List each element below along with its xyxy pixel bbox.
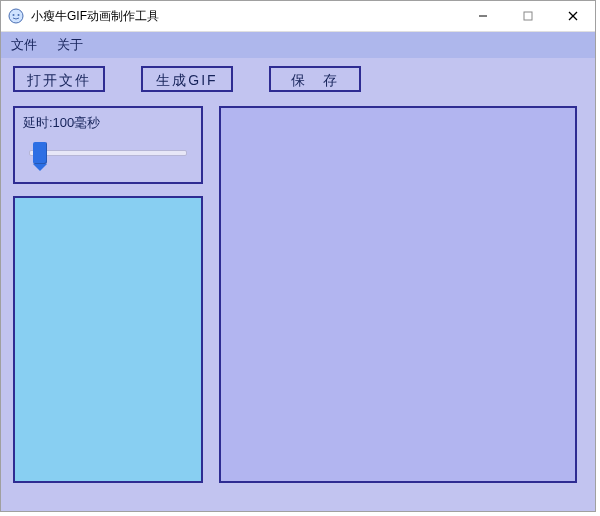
delay-label: 延时:100毫秒 [23, 114, 193, 132]
title-bar[interactable]: 小瘦牛GIF动画制作工具 [1, 1, 595, 32]
window-controls [460, 1, 595, 31]
maximize-button[interactable] [505, 1, 550, 31]
delay-slider[interactable] [23, 138, 193, 166]
client-area: 打开文件 生成GIF 保 存 延时:100毫秒 [1, 58, 595, 511]
delay-panel: 延时:100毫秒 [13, 106, 203, 184]
svg-point-0 [9, 9, 23, 23]
minimize-button[interactable] [460, 1, 505, 31]
menu-about[interactable]: 关于 [57, 36, 83, 54]
menu-file[interactable]: 文件 [11, 36, 37, 54]
open-file-button[interactable]: 打开文件 [13, 66, 105, 92]
save-button[interactable]: 保 存 [269, 66, 361, 92]
close-button[interactable] [550, 1, 595, 31]
slider-thumb[interactable] [33, 142, 47, 164]
svg-rect-4 [524, 12, 532, 20]
preview-panel [219, 106, 577, 483]
app-window: 小瘦牛GIF动画制作工具 文件 关于 打开文件 生成GIF 保 存 [0, 0, 596, 512]
svg-point-1 [13, 14, 15, 16]
slider-track [29, 150, 187, 156]
toolbar: 打开文件 生成GIF 保 存 [13, 66, 361, 92]
thumbnail-list-panel[interactable] [13, 196, 203, 483]
window-title: 小瘦牛GIF动画制作工具 [31, 8, 159, 25]
svg-point-2 [18, 14, 20, 16]
menu-bar: 文件 关于 [1, 32, 595, 58]
generate-gif-button[interactable]: 生成GIF [141, 66, 233, 92]
app-icon [7, 7, 25, 25]
